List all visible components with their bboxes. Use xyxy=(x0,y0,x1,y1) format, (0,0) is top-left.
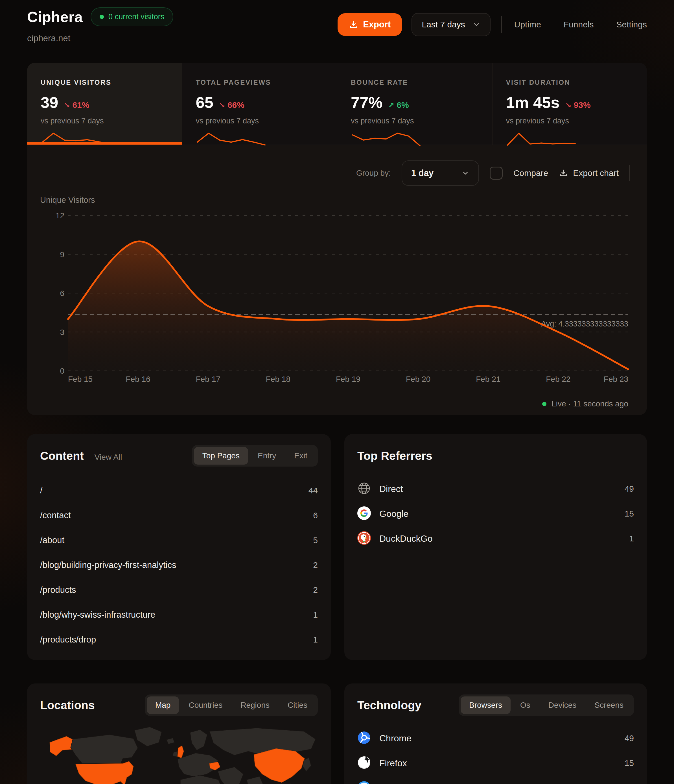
content-panel: Content View All Top PagesEntryExit /44/… xyxy=(27,434,331,660)
browser-row-firefox[interactable]: Firefox15 xyxy=(357,751,634,776)
svg-text:Feb 16: Feb 16 xyxy=(126,375,151,384)
content-row[interactable]: /blog/building-privacy-first-analytics2 xyxy=(40,553,318,577)
nav-link-funnels[interactable]: Funnels xyxy=(564,20,594,30)
stat-value: 65 xyxy=(196,93,213,112)
technology-header: Technology BrowsersOsDevicesScreens xyxy=(357,696,634,714)
group-by-value: 1 day xyxy=(411,168,433,178)
svg-text:9: 9 xyxy=(60,250,64,259)
export-button[interactable]: Export xyxy=(337,13,402,36)
referrers-title: Top Referrers xyxy=(357,450,432,463)
content-row[interactable]: /contact6 xyxy=(40,503,318,528)
stat-label: TOTAL PAGEVIEWS xyxy=(196,78,337,86)
browser-row-chrome[interactable]: Chrome49 xyxy=(357,726,634,751)
visitors-line-chart: 036912Avg: 4.333333333333333Feb 15Feb 16… xyxy=(27,195,647,392)
compare-checkbox[interactable] xyxy=(490,166,503,180)
referrer-rows: Direct49Google15DuckDuckGo1 xyxy=(357,476,634,551)
page-count: 2 xyxy=(313,585,318,595)
duckduckgo-icon xyxy=(357,531,371,546)
download-icon xyxy=(559,169,568,177)
stat-card-visit-duration[interactable]: VISIT DURATION1m 45s↘ 93%vs previous 7 d… xyxy=(492,63,647,145)
browser-row-partial xyxy=(357,776,634,784)
locations-tab-regions[interactable]: Regions xyxy=(232,697,278,714)
chart-area-fill xyxy=(68,241,628,371)
stat-card-bounce-rate[interactable]: BOUNCE RATE77%↗ 6%vs previous 7 days xyxy=(337,63,492,145)
stat-value-row: 1m 45s↘ 93% xyxy=(506,93,647,112)
page-count: 1 xyxy=(313,635,318,644)
arrow-down-right-icon: ↘ xyxy=(565,101,571,110)
globe-icon xyxy=(357,482,371,496)
header-actions: Export Last 7 days UptimeFunnelsSettings xyxy=(337,13,647,36)
stats-row: UNIQUE VISITORS39↘ 61%vs previous 7 days… xyxy=(27,63,647,145)
stat-value-row: 39↘ 61% xyxy=(40,93,182,112)
referrer-row-google[interactable]: Google15 xyxy=(357,501,634,526)
referrer-left: DuckDuckGo xyxy=(357,531,433,546)
technology-tab-screens[interactable]: Screens xyxy=(586,697,632,714)
referrer-row-duckduckgo[interactable]: DuckDuckGo1 xyxy=(357,526,634,551)
stat-label: BOUNCE RATE xyxy=(351,78,492,86)
content-title: Content xyxy=(40,450,84,463)
browser-left: Chrome xyxy=(357,731,412,745)
page-path: /blog/why-swiss-infrastructure xyxy=(40,610,155,620)
technology-tab-browsers[interactable]: Browsers xyxy=(461,697,511,714)
content-row[interactable]: /products2 xyxy=(40,577,318,602)
referrer-row-direct[interactable]: Direct49 xyxy=(357,476,634,501)
svg-text:Feb 23: Feb 23 xyxy=(604,375,628,384)
browser-name: Chrome xyxy=(379,733,412,744)
stat-label: VISIT DURATION xyxy=(506,78,647,86)
nav-link-uptime[interactable]: Uptime xyxy=(514,20,541,30)
app-title: Ciphera xyxy=(27,8,83,25)
locations-panel: Locations MapCountriesRegionsCities xyxy=(27,683,331,784)
content-row[interactable]: /44 xyxy=(40,478,318,503)
browser-count: 49 xyxy=(624,733,634,743)
content-tab-exit[interactable]: Exit xyxy=(286,447,316,465)
stat-compare-label: vs previous 7 days xyxy=(506,117,647,125)
compare-label: Compare xyxy=(513,168,548,178)
export-chart-button[interactable]: Export chart xyxy=(559,168,619,178)
svg-text:12: 12 xyxy=(56,211,64,220)
page-path: / xyxy=(40,485,43,496)
referrer-name: DuckDuckGo xyxy=(379,534,433,544)
referrers-header: Top Referrers xyxy=(357,446,634,465)
locations-tab-map[interactable]: Map xyxy=(147,697,179,714)
google-icon xyxy=(357,506,371,521)
nav-link-settings[interactable]: Settings xyxy=(617,20,647,30)
svg-text:3: 3 xyxy=(60,328,64,337)
page-path: /contact xyxy=(40,510,71,521)
arrow-up-right-icon: ↗ xyxy=(388,101,394,110)
content-tab-top-pages[interactable]: Top Pages xyxy=(194,447,248,465)
svg-text:6: 6 xyxy=(60,289,64,298)
stat-compare-label: vs previous 7 days xyxy=(351,117,492,125)
trend-down-delta: ↘ 93% xyxy=(565,100,590,110)
technology-tab-devices[interactable]: Devices xyxy=(540,697,585,714)
content-rows: /44/contact6/about5/blog/building-privac… xyxy=(40,478,318,652)
chart-controls: Group by: 1 day Compare Export chart xyxy=(356,160,630,186)
trend-up-delta: ↗ 6% xyxy=(388,100,409,110)
current-visitors-badge: 0 current visitors xyxy=(91,7,173,26)
trend-down-delta: ↘ 66% xyxy=(219,100,244,110)
stat-value: 77% xyxy=(351,93,382,112)
content-row[interactable]: /products/drop1 xyxy=(40,627,318,652)
content-row[interactable]: /about5 xyxy=(40,528,318,553)
browser-count: 15 xyxy=(624,758,634,768)
current-visitors-label: 0 current visitors xyxy=(109,12,164,21)
locations-tab-countries[interactable]: Countries xyxy=(180,697,231,714)
svg-text:Feb 21: Feb 21 xyxy=(476,375,500,384)
live-dot-icon xyxy=(542,402,547,406)
locations-tab-cities[interactable]: Cities xyxy=(279,697,316,714)
referrer-count: 49 xyxy=(624,484,634,494)
analytics-panel: UNIQUE VISITORS39↘ 61%vs previous 7 days… xyxy=(27,63,647,415)
date-range-select[interactable]: Last 7 days xyxy=(412,13,490,36)
view-all-link[interactable]: View All xyxy=(95,453,122,462)
technology-title: Technology xyxy=(357,699,421,712)
page-count: 2 xyxy=(313,560,318,570)
content-tab-entry[interactable]: Entry xyxy=(249,447,284,465)
stat-card-unique-visitors[interactable]: UNIQUE VISITORS39↘ 61%vs previous 7 days xyxy=(27,63,182,145)
page-count: 44 xyxy=(309,486,318,495)
stat-card-total-pageviews[interactable]: TOTAL PAGEVIEWS65↘ 66%vs previous 7 days xyxy=(182,63,337,145)
content-row[interactable]: /blog/why-swiss-infrastructure1 xyxy=(40,602,318,627)
browser-name: Firefox xyxy=(379,758,407,768)
group-by-select[interactable]: 1 day xyxy=(402,160,479,186)
page-path: /products xyxy=(40,585,76,595)
page-count: 1 xyxy=(313,610,318,620)
technology-tab-os[interactable]: Os xyxy=(512,697,539,714)
